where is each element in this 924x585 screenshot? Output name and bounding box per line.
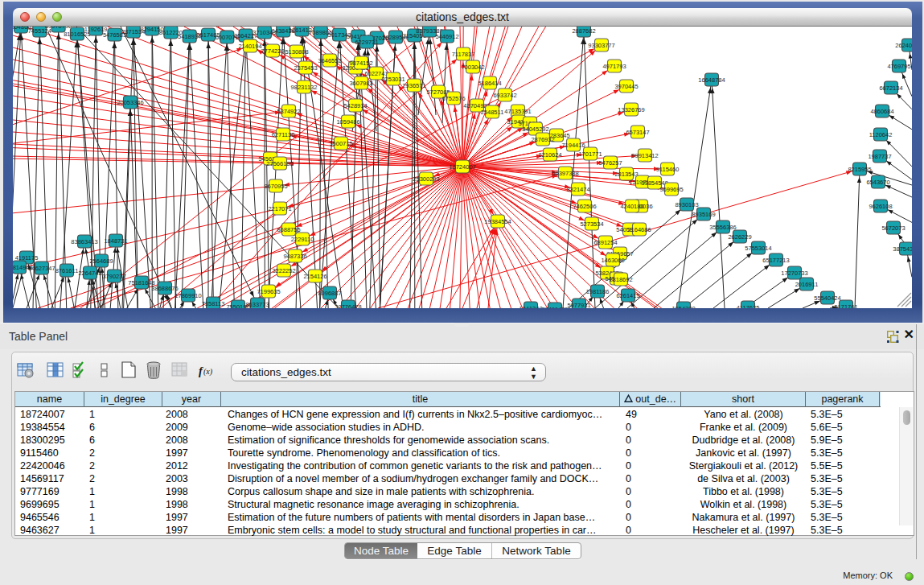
svg-text:2016911: 2016911 <box>795 281 819 288</box>
svg-text:38754377: 38754377 <box>893 245 912 253</box>
svg-text:7462506: 7462506 <box>573 203 596 210</box>
svg-text:1981186: 1981186 <box>586 288 610 295</box>
svg-text:3970445: 3970445 <box>614 83 638 90</box>
svg-text:89978790: 89978790 <box>45 27 72 30</box>
svg-text:2164686: 2164686 <box>627 226 651 233</box>
svg-text:4971793: 4971793 <box>602 63 626 70</box>
svg-text:3607983: 3607983 <box>349 80 372 87</box>
svg-text:6271130: 6271130 <box>272 131 295 138</box>
svg-text:8096887: 8096887 <box>318 290 341 297</box>
svg-text:6543670: 6543670 <box>866 179 889 186</box>
svg-text:8761611: 8761611 <box>55 267 79 274</box>
svg-text:2564689: 2564689 <box>89 257 113 265</box>
svg-text:5374922: 5374922 <box>277 108 300 115</box>
svg-text:2154126: 2154126 <box>303 273 326 280</box>
svg-text:17270733: 17270733 <box>781 270 807 277</box>
svg-text:3222252: 3222252 <box>272 267 295 274</box>
svg-text:5171761: 5171761 <box>834 303 857 309</box>
svg-text:2548511: 2548511 <box>481 109 504 116</box>
svg-text:35556386: 35556386 <box>709 224 736 231</box>
svg-text:5672073: 5672073 <box>881 225 905 232</box>
svg-text:26240908: 26240908 <box>895 42 912 49</box>
svg-text:7194416: 7194416 <box>561 142 585 149</box>
svg-text:2140194: 2140194 <box>238 43 261 50</box>
svg-text:2887682: 2887682 <box>572 27 595 35</box>
svg-text:3500715: 3500715 <box>329 140 352 147</box>
svg-text:19384554: 19384554 <box>484 218 511 225</box>
svg-text:5977931: 5977931 <box>567 302 590 309</box>
svg-text:17869910: 17869910 <box>175 292 201 299</box>
svg-text:1848731: 1848731 <box>104 237 127 245</box>
svg-text:6261415: 6261415 <box>616 292 639 299</box>
svg-text:6672134: 6672134 <box>879 84 902 92</box>
svg-text:18724007: 18724007 <box>449 163 475 171</box>
svg-text:1954280: 1954280 <box>671 305 695 309</box>
svg-text:4191175: 4191175 <box>15 254 39 262</box>
svg-text:8930103: 8930103 <box>675 201 698 208</box>
svg-text:2264748: 2264748 <box>78 270 101 277</box>
svg-text:16648784: 16648784 <box>698 76 725 84</box>
svg-text:1463060: 1463060 <box>601 257 624 264</box>
svg-text:83863413: 83863413 <box>71 238 97 245</box>
svg-text:5130808: 5130808 <box>285 48 308 56</box>
svg-text:9115460: 9115460 <box>656 166 680 173</box>
svg-text:2876932: 2876932 <box>531 136 554 143</box>
svg-text:1059486: 1059486 <box>336 118 359 126</box>
svg-text:2229110: 2229110 <box>291 236 314 243</box>
svg-text:98231132: 98231132 <box>291 84 318 91</box>
svg-text:2626229: 2626229 <box>728 233 751 241</box>
svg-text:7774229: 7774229 <box>261 47 284 55</box>
svg-text:3253031: 3253031 <box>381 76 405 83</box>
svg-text:7117837: 7117837 <box>452 51 475 58</box>
svg-text:57553014: 57553014 <box>745 245 771 252</box>
svg-text:9699695: 9699695 <box>659 186 683 193</box>
svg-text:5273534: 5273534 <box>580 220 603 228</box>
svg-text:20053346: 20053346 <box>117 99 143 106</box>
svg-text:5186414: 5186414 <box>478 80 501 87</box>
svg-text:3790237: 3790237 <box>102 273 125 280</box>
svg-text:8210624: 8210624 <box>538 151 561 159</box>
svg-text:56397338: 56397338 <box>552 170 578 177</box>
svg-text:1701771: 1701771 <box>578 150 602 158</box>
svg-text:9626108: 9626108 <box>869 203 892 210</box>
svg-text:4860684: 4860684 <box>870 108 893 115</box>
svg-text:3646552: 3646552 <box>318 57 341 64</box>
svg-text:1987737: 1987737 <box>868 153 891 160</box>
svg-text:9487336: 9487336 <box>283 253 306 260</box>
svg-text:5428914: 5428914 <box>343 102 367 109</box>
svg-text:6891254: 6891254 <box>593 239 617 246</box>
svg-text:30776478: 30776478 <box>335 303 361 309</box>
svg-text:1841248: 1841248 <box>519 305 542 309</box>
svg-text:1120642: 1120642 <box>869 131 893 138</box>
svg-text:4117625: 4117625 <box>737 304 760 309</box>
svg-text:5476257: 5476257 <box>598 159 622 167</box>
svg-text:2375453: 2375453 <box>294 64 317 72</box>
svg-text:2818692: 2818692 <box>609 276 632 283</box>
svg-text:27566185: 27566185 <box>266 160 293 167</box>
svg-text:93303777: 93303777 <box>588 42 614 49</box>
svg-text:6573147: 6573147 <box>626 129 649 136</box>
svg-text:2936571: 2936571 <box>402 82 425 89</box>
svg-text:47135391: 47135391 <box>504 108 531 115</box>
svg-text:38688676: 38688676 <box>151 285 178 292</box>
svg-text:2217071: 2217071 <box>268 205 291 212</box>
svg-text:6229731: 6229731 <box>355 39 378 46</box>
svg-text:(x): (x) <box>203 367 213 377</box>
svg-text:6752576: 6752576 <box>441 95 465 102</box>
svg-text:5446912: 5446912 <box>435 33 458 40</box>
svg-text:2813543: 2813543 <box>614 171 638 178</box>
svg-text:55540424: 55540424 <box>814 295 840 302</box>
svg-text:6933742: 6933742 <box>493 92 516 99</box>
svg-text:7358113: 7358113 <box>202 300 225 307</box>
svg-text:7003042: 7003042 <box>461 64 484 71</box>
svg-text:99913412: 99913412 <box>631 152 658 159</box>
svg-text:7199635: 7199635 <box>257 288 280 295</box>
svg-text:9874152: 9874152 <box>349 60 372 67</box>
svg-text:8321474: 8321474 <box>566 186 589 193</box>
svg-text:13326769: 13326769 <box>618 106 644 113</box>
svg-text:8633773: 8633773 <box>245 301 269 308</box>
svg-text:65177213: 65177213 <box>762 257 789 264</box>
svg-text:4240180: 4240180 <box>620 203 643 210</box>
svg-text:8670955: 8670955 <box>264 183 287 190</box>
svg-text:8688755: 8688755 <box>277 226 300 233</box>
